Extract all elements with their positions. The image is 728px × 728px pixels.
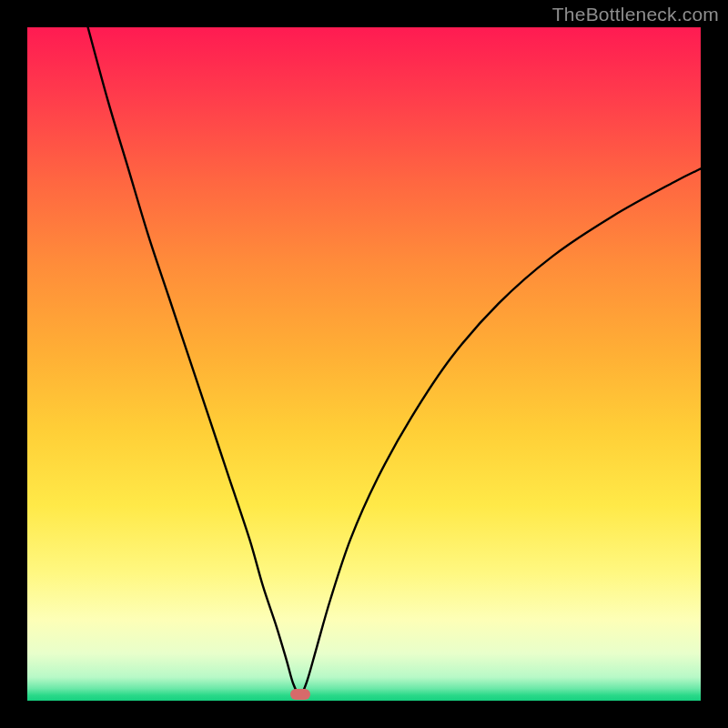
chart-stage: TheBottleneck.com <box>0 0 728 728</box>
min-point-marker <box>290 689 310 700</box>
frame-border <box>0 0 27 728</box>
plot-background-gradient <box>27 27 701 701</box>
watermark-text: TheBottleneck.com <box>552 4 719 25</box>
frame-border <box>701 0 728 728</box>
frame-border <box>0 701 728 728</box>
